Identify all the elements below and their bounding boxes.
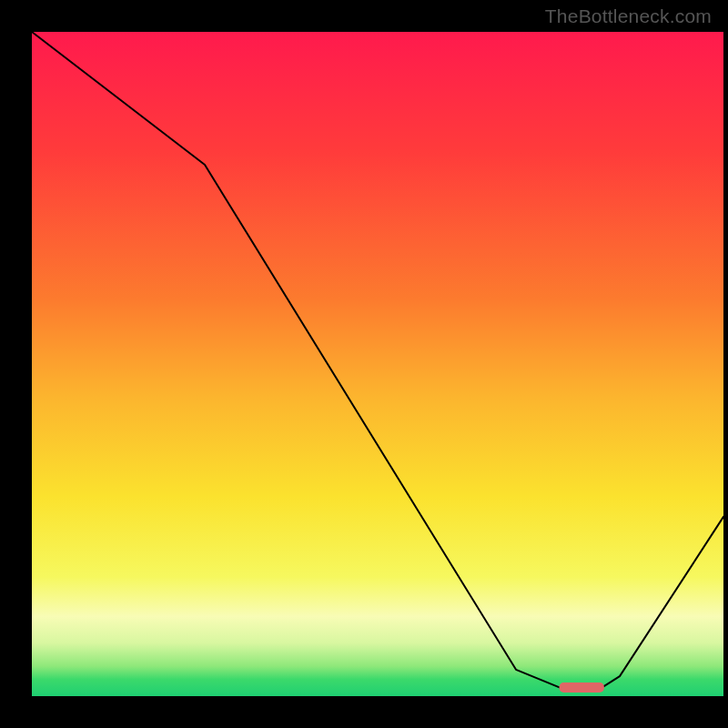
- chart-canvas: [0, 0, 728, 728]
- watermark-text: TheBottleneck.com: [545, 5, 712, 27]
- plot-area: [32, 32, 723, 696]
- optimal-range-marker: [560, 682, 604, 693]
